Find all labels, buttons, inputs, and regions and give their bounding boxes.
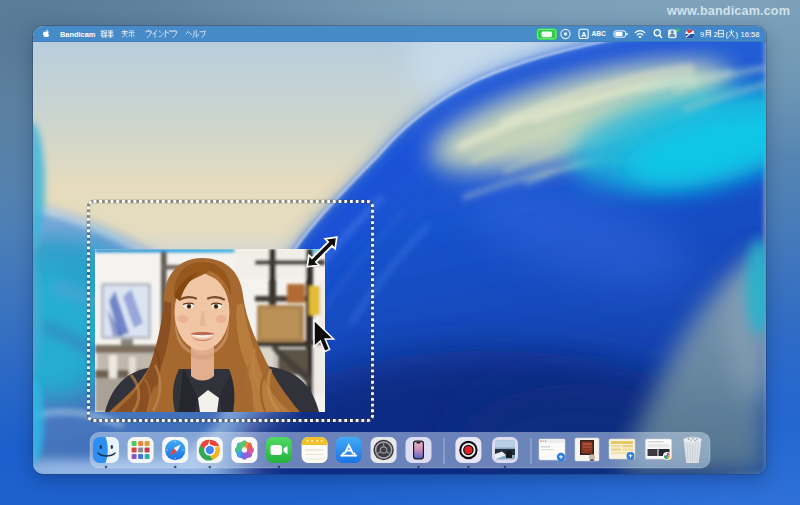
svg-text:16:58: 16:58	[741, 30, 760, 39]
svg-text:A: A	[581, 31, 586, 38]
svg-text:9: 9	[700, 30, 704, 39]
svg-text:Bandicam: Bandicam	[60, 30, 96, 39]
svg-text:ABC: ABC	[592, 30, 607, 37]
svg-text:2: 2	[714, 30, 718, 39]
